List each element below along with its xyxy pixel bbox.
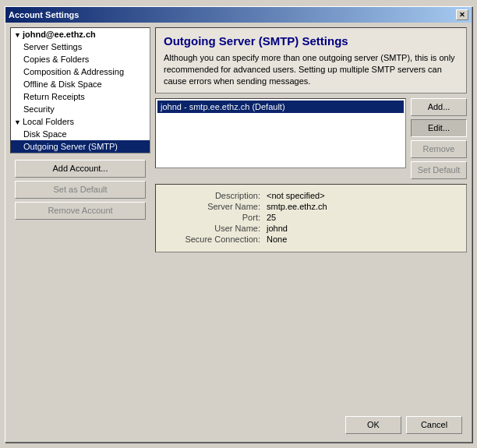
server-name-value: smtp.ee.ethz.ch xyxy=(267,202,327,211)
user-name-label: User Name: xyxy=(165,224,267,233)
sidebar-item-disk-space[interactable]: Disk Space xyxy=(11,128,150,140)
set-default-smtp-button[interactable]: Set Default xyxy=(411,161,467,179)
close-button[interactable]: ✕ xyxy=(456,9,468,20)
panel-description: Although you can specify more than one o… xyxy=(164,52,458,88)
remove-smtp-button[interactable]: Remove xyxy=(411,140,467,158)
sidebar-buttons: Add Account... Set as Default Remove Acc… xyxy=(10,157,150,223)
sidebar-item-server-settings[interactable]: Server Settings xyxy=(11,41,150,53)
detail-port: Port: 25 xyxy=(165,213,457,222)
set-as-default-button[interactable]: Set as Default xyxy=(15,181,146,199)
right-panel: Outgoing Server (SMTP) Settings Although… xyxy=(155,27,467,408)
smtp-listbox[interactable]: johnd - smtp.ee.ethz.ch (Default) xyxy=(155,98,406,168)
panel-header: Outgoing Server (SMTP) Settings Although… xyxy=(155,27,467,93)
window-title: Account Settings xyxy=(9,10,79,19)
smtp-area: johnd - smtp.ee.ethz.ch (Default) Add...… xyxy=(155,98,467,179)
sidebar: ▼johnd@ee.ethz.ch Server Settings Copies… xyxy=(10,27,150,153)
edit-smtp-button[interactable]: Edit... xyxy=(411,119,467,137)
add-smtp-button[interactable]: Add... xyxy=(411,98,467,116)
description-label: Description: xyxy=(165,191,267,200)
user-name-value: johnd xyxy=(267,224,288,233)
secure-connection-label: Secure Connection: xyxy=(165,235,267,244)
panel-title: Outgoing Server (SMTP) Settings xyxy=(164,34,458,48)
sidebar-item-security[interactable]: Security xyxy=(11,103,150,115)
sidebar-item-return-receipts[interactable]: Return Receipts xyxy=(11,90,150,103)
detail-user-name: User Name: johnd xyxy=(165,224,457,233)
window-body: ▼johnd@ee.ethz.ch Server Settings Copies… xyxy=(5,23,472,442)
remove-account-button[interactable]: Remove Account xyxy=(15,202,146,220)
sidebar-account-name[interactable]: ▼johnd@ee.ethz.ch xyxy=(11,28,150,41)
cancel-button[interactable]: Cancel xyxy=(406,416,462,434)
add-account-button[interactable]: Add Account... xyxy=(15,160,146,178)
collapse-icon: ▼ xyxy=(14,31,21,39)
port-label: Port: xyxy=(165,213,267,222)
ok-button[interactable]: OK xyxy=(345,416,401,434)
sidebar-item-copies-folders[interactable]: Copies & Folders xyxy=(11,53,150,65)
smtp-action-buttons: Add... Edit... Remove Set Default xyxy=(411,98,467,179)
detail-server-name: Server Name: smtp.ee.ethz.ch xyxy=(165,202,457,211)
server-name-label: Server Name: xyxy=(165,202,267,211)
sidebar-item-composition-addressing[interactable]: Composition & Addressing xyxy=(11,65,150,78)
account-settings-window: Account Settings ✕ ▼johnd@ee.ethz.ch Ser… xyxy=(5,6,472,443)
sidebar-local-folders[interactable]: ▼Local Folders xyxy=(11,115,150,128)
secure-connection-value: None xyxy=(267,235,287,244)
detail-secure-connection: Secure Connection: None xyxy=(165,235,457,244)
main-content: ▼johnd@ee.ethz.ch Server Settings Copies… xyxy=(10,27,467,408)
footer: OK Cancel xyxy=(10,413,467,437)
expand-icon: ▼ xyxy=(14,118,21,126)
title-bar: Account Settings ✕ xyxy=(5,7,472,23)
sidebar-item-offline-disk-space[interactable]: Offline & Disk Space xyxy=(11,78,150,90)
detail-description: Description: <not specified> xyxy=(165,191,457,200)
smtp-list-item[interactable]: johnd - smtp.ee.ethz.ch (Default) xyxy=(157,101,404,113)
smtp-details: Description: <not specified> Server Name… xyxy=(155,184,467,252)
description-value: <not specified> xyxy=(267,191,325,200)
port-value: 25 xyxy=(267,213,276,222)
sidebar-item-outgoing-server[interactable]: Outgoing Server (SMTP) xyxy=(11,140,150,153)
